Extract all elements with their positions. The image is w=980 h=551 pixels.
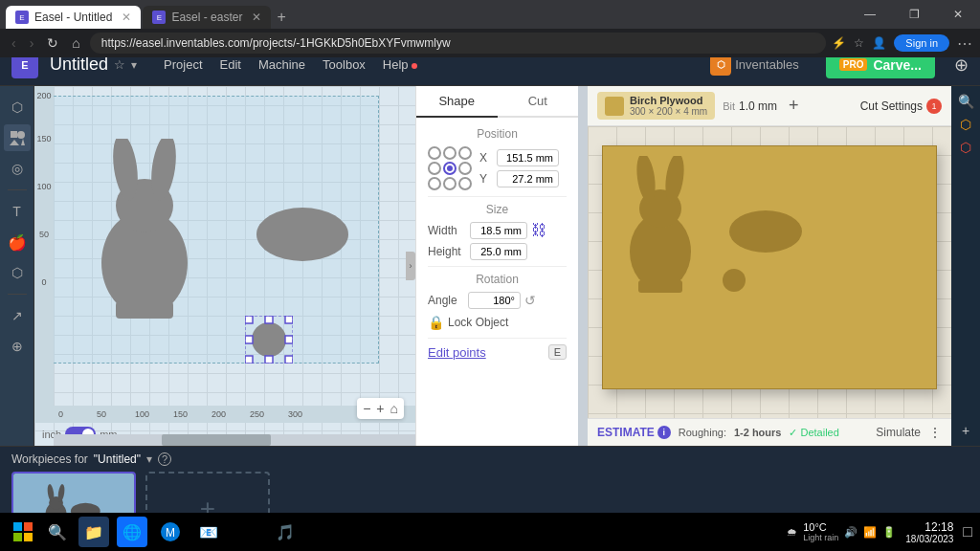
tool-select[interactable]: ⬡ [4, 94, 31, 121]
anchor-bl[interactable] [428, 177, 441, 190]
speaker-icon[interactable]: 🔊 [844, 526, 858, 539]
svg-point-26 [723, 269, 746, 292]
maximize-button[interactable]: ❐ [892, 0, 936, 29]
estimate-info-icon[interactable]: i [657, 426, 671, 439]
menu-icon[interactable]: ⋯ [957, 34, 972, 53]
office2-icon[interactable]: ⬡ [960, 140, 971, 155]
anchor-br[interactable] [458, 177, 472, 190]
taskbar-search-button[interactable]: 🔍 [42, 517, 73, 547]
taskbar-app-mail[interactable]: 📧 [193, 517, 224, 547]
zoom-plus-sidebar-icon[interactable]: + [962, 423, 969, 438]
more-options-button[interactable]: ⋮ [928, 425, 942, 440]
project-title: Untitled [50, 55, 108, 75]
simulate-button[interactable]: Simulate [876, 426, 921, 439]
start-button[interactable] [8, 517, 38, 547]
link-dimensions-icon[interactable]: ⛓ [531, 222, 546, 239]
home-button[interactable]: ⌂ [68, 33, 83, 53]
svg-rect-17 [265, 356, 273, 364]
height-input[interactable] [470, 243, 527, 260]
tool-circle[interactable]: ◎ [4, 155, 31, 182]
tool-vector[interactable]: ⬡ [4, 259, 31, 286]
active-tab[interactable]: E Easel - Untitled ✕ [6, 6, 141, 29]
edit-points-button[interactable]: Edit points [428, 345, 486, 360]
taskbar-app-spotify[interactable]: 🎵 [270, 517, 301, 547]
sign-in-button[interactable]: Sign in [894, 34, 949, 52]
horizontal-scrollbar[interactable] [54, 434, 415, 446]
add-material-button[interactable]: + [789, 96, 799, 116]
refresh-button[interactable]: ↻ [43, 33, 62, 53]
tool-import[interactable]: ↗ [4, 302, 31, 329]
tab-close[interactable]: ✕ [122, 11, 131, 24]
tab-icon-2: E [152, 11, 166, 24]
svg-marker-2 [10, 140, 19, 145]
anchor-tl[interactable] [428, 146, 441, 160]
estimate-label[interactable]: ESTIMATE i [597, 426, 671, 439]
address-bar[interactable]: https://easel.inventables.com/projects/-… [90, 33, 827, 54]
extensions-icon[interactable]: ⚡ [832, 36, 846, 50]
panel-collapse-right[interactable]: › [406, 252, 415, 280]
svg-text:M: M [166, 526, 175, 540]
office-icon[interactable]: ⬡ [960, 117, 971, 132]
anchor-tr[interactable] [458, 146, 472, 160]
workpiece-help-button[interactable]: ? [158, 452, 171, 466]
date: 18/03/2023 [905, 534, 953, 544]
svg-point-10 [252, 322, 286, 357]
svg-rect-35 [13, 533, 22, 541]
new-tab-button[interactable]: + [277, 9, 285, 26]
anchor-ml[interactable] [428, 162, 441, 175]
network-icon[interactable]: 📶 [863, 526, 877, 539]
battery-icon[interactable]: 🔋 [882, 526, 896, 539]
taskbar-app-other[interactable]: ⚙ [308, 517, 339, 547]
zoom-out-button[interactable]: − [363, 401, 370, 416]
roughing-label: Roughing: [679, 427, 726, 438]
lock-label[interactable]: Lock Object [448, 316, 508, 329]
close-button[interactable]: ✕ [936, 0, 980, 29]
taskbar-app-edge[interactable]: 🌐 [117, 517, 147, 547]
tool-shapes[interactable] [4, 124, 31, 151]
scrollbar-thumb-h[interactable] [162, 434, 270, 446]
forward-button[interactable]: › [26, 33, 38, 53]
inactive-tab[interactable]: E Easel - easter ✕ [143, 6, 271, 29]
cut-settings-button[interactable]: Cut Settings 1 [860, 99, 942, 114]
notification-icon[interactable]: □ [963, 523, 972, 540]
tool-apps[interactable]: ⊕ [4, 333, 31, 360]
tab-shape[interactable]: Shape [416, 86, 498, 118]
minimize-button[interactable]: — [848, 0, 892, 29]
anchor-mc[interactable] [443, 162, 457, 175]
shape-oval[interactable] [255, 206, 350, 263]
width-input[interactable] [470, 222, 527, 239]
canvas-area[interactable]: 0 50 100 150 200 250 300 200 150 100 50 … [34, 86, 415, 446]
tab-close-2[interactable]: ✕ [252, 11, 261, 24]
profile-icon[interactable]: 👤 [872, 36, 886, 50]
tool-text[interactable]: T [4, 198, 31, 225]
x-input[interactable] [497, 149, 559, 166]
left-toolbar: ⬡ ◎ T 🍎 ⬡ ↗ ⊕ [0, 86, 34, 446]
taskbar-app-store[interactable]: M [155, 517, 186, 547]
star-icon[interactable]: ☆ [114, 57, 125, 72]
bookmark-icon[interactable]: ☆ [854, 36, 864, 50]
anchor-mr[interactable] [458, 162, 472, 175]
zoom-in-button[interactable]: + [376, 401, 384, 416]
taskbar-app-settings[interactable]: ⚙ [232, 517, 262, 547]
shape-small-selected[interactable] [245, 316, 293, 364]
angle-input[interactable] [468, 292, 521, 309]
material-chip[interactable]: Birch Plywood 300 × 200 × 4 mm [597, 92, 715, 120]
svg-rect-18 [285, 356, 293, 364]
y-input[interactable] [497, 170, 559, 187]
tab-cut[interactable]: Cut [498, 86, 579, 116]
back-button[interactable]: ‹ [8, 33, 20, 53]
anchor-tc[interactable] [443, 146, 457, 160]
svg-point-1 [17, 131, 25, 139]
workpiece-dropdown-icon[interactable]: ▾ [146, 452, 152, 466]
title-chevron-icon[interactable]: ▾ [131, 58, 137, 72]
rotate-reset-icon[interactable]: ↺ [524, 293, 536, 308]
taskbar-app-files[interactable]: 📁 [78, 517, 109, 547]
shape-bunny[interactable] [87, 139, 202, 320]
svg-point-25 [729, 210, 802, 253]
position-label: Position [428, 127, 567, 141]
zoom-fit-button[interactable]: ⌂ [390, 401, 398, 416]
tool-image[interactable]: 🍎 [4, 229, 31, 255]
taskbar: 🔍 📁 🌐 M 📧 ⚙ 🎵 ⚙ 🌧 10°C Light rain 🔊 📶 🔋 … [0, 513, 980, 551]
search-sidebar-icon[interactable]: 🔍 [958, 94, 974, 109]
anchor-bc[interactable] [443, 177, 457, 190]
